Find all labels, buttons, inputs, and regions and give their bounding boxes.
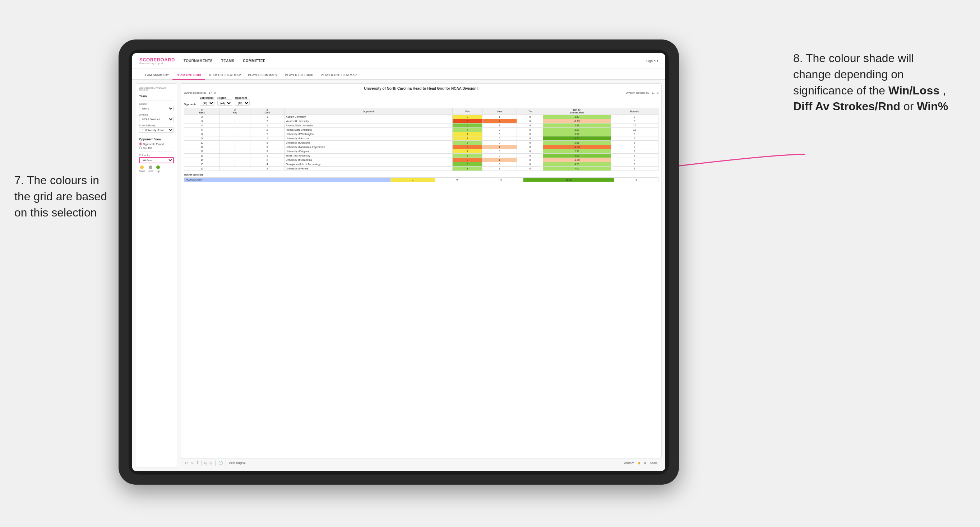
school-select[interactable]: 1. University of Nort... (139, 127, 174, 133)
cell-win: 0 (453, 158, 482, 162)
cell-reg: - (220, 141, 250, 145)
watch-button[interactable]: Watch ▾ (624, 461, 634, 465)
out-div-win: 1 (391, 178, 435, 182)
cell-rank: 6 (184, 128, 220, 132)
overall-value: 89 - 17 - 0 (203, 91, 216, 94)
grid-icon[interactable]: ⊞ (644, 461, 647, 465)
table-row: 8 - 2 University of Washington 1 0 0 3.6… (184, 132, 659, 137)
copy-icon[interactable]: ⎘ (204, 461, 207, 465)
tab-team-summary[interactable]: TEAM SUMMARY (139, 73, 172, 80)
conference-filter: Conference (All) (200, 97, 215, 106)
cell-rounds: 3 (611, 145, 658, 149)
division-label: Division Record: (626, 91, 646, 94)
region-filter-select[interactable]: (All) (217, 101, 232, 106)
opponent-filter-select[interactable]: (All) (235, 101, 250, 106)
cell-rank: 14 (184, 158, 220, 162)
division-label: Division (139, 113, 174, 116)
legend-up: Up (156, 165, 160, 172)
cell-loss: 4 (482, 119, 517, 124)
cell-conf: 3 (250, 149, 284, 154)
radio-opponents-played[interactable]: Opponents Played (139, 143, 174, 145)
cell-reg: - (220, 158, 250, 162)
gender-field: Gender Men's (139, 103, 174, 111)
tab-team-h2h-heatmap[interactable]: TEAM H2H HEATMAP (205, 73, 244, 80)
opponents-filter-label: Opponents: (184, 103, 197, 106)
cell-reg: - (220, 167, 250, 171)
table-row: 15 - 4 Georgia Institute of Technology 5… (184, 162, 659, 167)
cell-rounds: 3 (611, 132, 658, 137)
cell-conf: 1 (250, 115, 284, 119)
app-logo: SCOREBOARD Powered by clippd (139, 57, 175, 65)
timestamp: Last Updated: 27/03/2024 16:55:38 (139, 87, 174, 92)
sign-out-button[interactable]: Sign out (644, 59, 658, 63)
cell-loss: 1 (482, 115, 517, 119)
cell-diff: 4.62 (543, 167, 611, 171)
cell-loss: 0 (482, 132, 517, 137)
nav-tournaments[interactable]: TOURNAMENTS (184, 59, 213, 63)
content-area: Last Updated: 27/03/2024 16:55:38 Team G… (132, 80, 665, 471)
cell-conf: 2 (250, 128, 284, 132)
bottom-toolbar: ↩ ↪ ⤴ ⎘ ⊞ 🕐 View: Original Watch ▾ (181, 458, 662, 467)
opponent-filter: Opponent (All) (235, 97, 250, 106)
gender-select[interactable]: Men's (139, 106, 174, 111)
cell-win: 5 (453, 162, 482, 167)
forward-icon[interactable]: ⤴ (197, 461, 198, 465)
cell-rounds: 17 (611, 124, 658, 128)
cell-rounds: 9 (611, 162, 658, 167)
radio-dot-played (139, 143, 142, 145)
right-panel: University of North Carolina Head-to-Hea… (181, 83, 662, 458)
cell-tie: 0 (517, 141, 543, 145)
colour-by-select[interactable]: Win/loss (139, 157, 174, 163)
sub-nav: TEAM SUMMARY TEAM H2H GRID TEAM H2H HEAT… (132, 69, 665, 80)
table-row: 13 - 1 Texas Tech University 3 0 0 5.56 … (184, 154, 659, 158)
view-original[interactable]: View: Original (229, 461, 245, 465)
cell-rank: 16 (184, 167, 220, 171)
table-row: 2 - 1 Auburn University 2 1 0 1.67 9 (184, 115, 659, 119)
redo-icon[interactable]: ↪ (191, 461, 194, 465)
cell-reg: - (220, 149, 250, 154)
cell-loss: 1 (482, 145, 517, 149)
nav-teams[interactable]: TEAMS (221, 59, 235, 63)
col-reg: #Reg (220, 108, 250, 115)
cell-reg: - (220, 154, 250, 158)
cell-reg: - (220, 137, 250, 141)
tab-player-h2h-grid[interactable]: PLAYER H2H GRID (281, 73, 317, 80)
cell-rank: 10 (184, 141, 220, 145)
cell-win: 1 (453, 132, 482, 137)
nav-committee[interactable]: COMMITTEE (243, 59, 266, 63)
tab-team-h2h-grid[interactable]: TEAM H2H GRID (172, 73, 205, 80)
filters-row: Opponents: Conference (All) Region (184, 97, 659, 106)
undo-icon[interactable]: ↩ (185, 461, 188, 465)
cell-rank: 15 (184, 162, 220, 167)
radio-dot-top100 (139, 146, 142, 149)
conference-filter-label: Conference (200, 97, 215, 100)
cell-tie: 0 (517, 162, 543, 167)
tab-player-h2h-heatmap[interactable]: PLAYER H2H HEATMAP (317, 73, 360, 80)
cell-rank: 13 (184, 154, 220, 158)
annotation-right-bold1: Win/Loss (888, 84, 939, 97)
table-row: 16 - 2 University of Florida 3 1 0 4.62 … (184, 167, 659, 171)
radio-top-100[interactable]: Top 100 (139, 146, 174, 149)
grid-subtitle: Overall Record: 89 - 17 - 0 Division Rec… (184, 91, 659, 94)
cell-reg: - (220, 145, 250, 149)
annotation-right: 8. The colour shade will change dependin… (793, 50, 951, 114)
conference-filter-select[interactable]: (All) (200, 101, 215, 106)
cell-win: 0 (453, 145, 482, 149)
cell-conf: 2 (250, 132, 284, 137)
share-button[interactable]: Share (650, 461, 657, 465)
opponent-filter-label: Opponent (235, 97, 250, 100)
cell-loss: 1 (482, 167, 517, 171)
division-select[interactable]: NCAA Division I (139, 117, 174, 122)
thumbs-icon[interactable]: 👍 (637, 461, 641, 465)
cell-rank: 9 (184, 137, 220, 141)
annotation-right-bold3: Win% (917, 100, 948, 113)
legend-dot-up (156, 165, 160, 169)
opponent-view-field: Opponent View Opponents Played Top 100 (139, 138, 174, 149)
paste-icon[interactable]: ⊞ (210, 461, 212, 465)
cell-conf: 2 (250, 158, 284, 162)
clock-icon[interactable]: 🕐 (218, 461, 223, 465)
legend-level: Level (148, 165, 154, 172)
data-table: #Rank #Reg #Conf Opponent Win Loss Tie D… (184, 108, 659, 171)
annotation-right-bold2: Diff Av Strokes/Rnd (793, 100, 900, 113)
tab-player-summary[interactable]: PLAYER SUMMARY (245, 73, 281, 80)
